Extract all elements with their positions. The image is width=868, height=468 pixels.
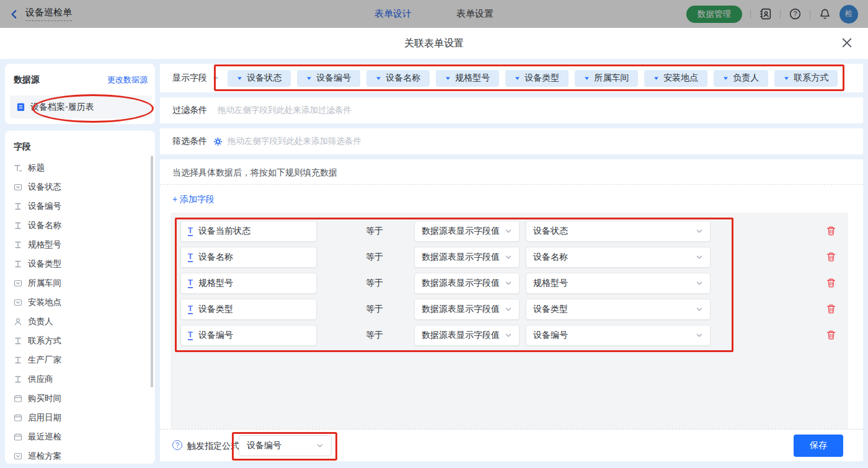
tab-form-settings[interactable]: 表单设置 <box>456 8 494 20</box>
tab-form-design[interactable]: 表单设计 <box>374 8 412 20</box>
chip-contact[interactable]: 联系方式 <box>774 70 838 87</box>
delete-rule-icon[interactable] <box>826 278 836 288</box>
chevron-down-icon <box>505 227 512 235</box>
field-item-manufacturer[interactable]: 生产厂家 <box>5 350 155 369</box>
delete-rule-icon[interactable] <box>826 226 836 236</box>
rule-target-field[interactable]: T设备当前状态 <box>180 221 317 242</box>
rule-source-select[interactable]: 数据源表显示字段值 <box>414 273 520 294</box>
triangle-down-icon <box>653 76 659 81</box>
rule-row: T规格型号 等于 数据源表显示字段值 规格型号 <box>170 273 848 294</box>
datasource-item[interactable]: 设备档案-履历表 <box>10 95 150 118</box>
fill-rules-section: 当选择具体数据后，将按如下规则填充数据 + 添加字段 T设备当前状态 等于 数据… <box>160 159 863 429</box>
filter-condition-row[interactable]: 过滤条件 拖动左侧字段到此处来添加过滤条件 <box>160 97 863 123</box>
field-item-device-type[interactable]: 设备类型 <box>5 254 155 273</box>
field-item-purchase-time[interactable]: 购买时间 <box>5 389 155 408</box>
divider <box>780 10 781 19</box>
field-item-workshop[interactable]: 所属车间 <box>5 273 155 293</box>
field-item-owner[interactable]: 负责人 <box>5 312 155 331</box>
chevron-down-icon <box>505 332 512 339</box>
chip-install-location[interactable]: 安装地点 <box>644 70 707 87</box>
change-datasource-link[interactable]: 更改数据源 <box>107 74 148 86</box>
modal-title: 关联表单设置 <box>0 28 868 59</box>
field-label: 负责人 <box>28 316 53 327</box>
fill-rules-hint: 当选择具体数据后，将按如下规则填充数据 <box>172 167 337 179</box>
field-label: 设备状态 <box>28 182 61 193</box>
data-manage-button[interactable]: 数据管理 <box>686 6 742 23</box>
trigger-formula-label: 触发指定公式 <box>187 441 239 452</box>
rule-row: T设备类型 等于 数据源表显示字段值 设备类型 <box>170 299 848 320</box>
chip-workshop[interactable]: 所属车间 <box>575 70 638 87</box>
scrollbar-thumb[interactable] <box>151 156 153 387</box>
date-field-icon <box>14 394 22 403</box>
rule-value-select[interactable]: 设备编号 <box>526 325 711 346</box>
field-item-title[interactable]: 标题 <box>5 158 155 177</box>
field-label: 购买时间 <box>28 393 61 404</box>
triangle-down-icon <box>515 76 520 81</box>
text-type-icon: T <box>188 278 193 288</box>
field-label: 所属车间 <box>28 278 61 289</box>
delete-rule-icon[interactable] <box>826 304 836 314</box>
modal-footer: ? 触发指定公式 设备编号 保存 <box>160 429 863 461</box>
rule-operator: 等于 <box>366 278 383 289</box>
rule-value-select[interactable]: 设备名称 <box>526 247 711 268</box>
text-field-icon <box>14 202 22 211</box>
field-item-device-no[interactable]: 设备编号 <box>5 196 155 216</box>
datasource-item-label: 设备档案-履历表 <box>30 102 94 113</box>
chip-device-name[interactable]: 设备名称 <box>366 70 430 87</box>
field-item-contact[interactable]: 联系方式 <box>5 331 155 350</box>
triangle-down-icon <box>237 76 242 81</box>
rule-value-select[interactable]: 规格型号 <box>526 273 711 294</box>
rule-target-field[interactable]: T设备类型 <box>180 299 317 320</box>
bell-icon[interactable] <box>818 7 831 20</box>
rule-target-field[interactable]: T设备编号 <box>180 325 317 346</box>
rule-source-select[interactable]: 数据源表显示字段值 <box>414 247 520 268</box>
field-item-supplier[interactable]: 供应商 <box>5 369 155 389</box>
chevron-down-icon <box>696 254 703 261</box>
divider <box>810 10 810 19</box>
text-field-icon <box>14 221 22 230</box>
add-rule-field-link[interactable]: + 添加字段 <box>172 194 215 205</box>
display-fields-row: 显示字段 + 设备状态 设备编号 设备名称 规格型号 设备类型 所属车间 安装地… <box>160 64 863 92</box>
delete-rule-icon[interactable] <box>826 252 836 262</box>
chip-owner[interactable]: 负责人 <box>714 70 768 87</box>
rule-target-field[interactable]: T设备名称 <box>180 247 317 268</box>
filter-drop-placeholder: 拖动左侧字段到此处来添加过滤条件 <box>218 105 352 116</box>
rule-row: T设备当前状态 等于 数据源表显示字段值 设备状态 <box>170 221 848 242</box>
field-item-enable-date[interactable]: 启用日期 <box>5 408 155 427</box>
chip-device-type[interactable]: 设备类型 <box>505 70 569 87</box>
field-item-spec-model[interactable]: 规格型号 <box>5 235 155 254</box>
rule-row: T设备名称 等于 数据源表显示字段值 设备名称 <box>170 247 848 268</box>
save-button[interactable]: 保存 <box>794 435 843 457</box>
field-item-device-status[interactable]: 设备状态 <box>5 177 155 196</box>
rule-target-field[interactable]: T规格型号 <box>180 273 317 294</box>
sift-condition-row[interactable]: 筛选条件 拖动左侧字段到此处来添加筛选条件 <box>160 128 863 154</box>
rule-source-select[interactable]: 数据源表显示字段值 <box>414 325 520 346</box>
select-field-icon <box>14 279 22 288</box>
chip-device-status[interactable]: 设备状态 <box>228 70 291 87</box>
chip-spec-model[interactable]: 规格型号 <box>436 70 499 87</box>
delete-rule-icon[interactable] <box>826 330 836 340</box>
field-item-device-name[interactable]: 设备名称 <box>5 216 155 235</box>
rule-value-select[interactable]: 设备状态 <box>526 221 711 242</box>
field-item-install-location[interactable]: 安装地点 <box>5 293 155 312</box>
chip-device-no[interactable]: 设备编号 <box>297 70 360 87</box>
avatar[interactable]: 检 <box>839 5 858 24</box>
close-icon[interactable] <box>841 37 853 49</box>
rule-source-select[interactable]: 数据源表显示字段值 <box>414 299 520 320</box>
gear-icon[interactable] <box>213 137 223 146</box>
field-item-last-inspection[interactable]: 最近巡检 <box>5 427 155 446</box>
field-label: 巡检方案 <box>28 451 61 462</box>
contacts-icon[interactable] <box>759 7 772 20</box>
trigger-field-select[interactable]: 设备编号 <box>239 435 332 456</box>
rule-source-select[interactable]: 数据源表显示字段值 <box>414 221 520 242</box>
select-field-icon <box>14 183 22 192</box>
add-display-field-button[interactable]: + <box>213 73 218 84</box>
rule-operator: 等于 <box>366 330 383 341</box>
chevron-down-icon <box>316 442 324 449</box>
trigger-help-icon[interactable]: ? <box>172 440 182 450</box>
title-field-icon <box>14 164 22 172</box>
rule-value-select[interactable]: 设备类型 <box>526 299 711 320</box>
sift-drop-placeholder: 拖动左侧字段到此处来添加筛选条件 <box>228 136 361 147</box>
help-icon[interactable] <box>789 7 802 20</box>
field-item-inspection-plan[interactable]: 巡检方案 <box>5 446 155 466</box>
